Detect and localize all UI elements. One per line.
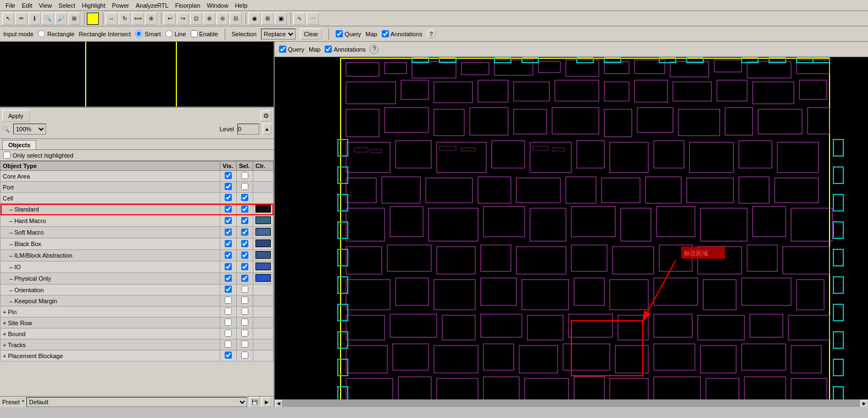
sel-checkbox[interactable] xyxy=(241,172,248,179)
gear-button[interactable]: ⚙ xyxy=(260,110,271,121)
menu-power[interactable]: Power xyxy=(109,1,132,10)
vis-checkbox[interactable] xyxy=(225,172,232,179)
object-type-cell[interactable]: – IO xyxy=(1,261,220,273)
object-type-cell[interactable]: – Black Box xyxy=(1,238,220,250)
pointer-btn[interactable]: ↖ xyxy=(2,13,14,25)
color-swatch[interactable] xyxy=(255,205,271,213)
query-checkbox[interactable] xyxy=(336,30,343,37)
object-type-cell[interactable]: + Pin xyxy=(1,306,220,317)
vis-checkbox[interactable] xyxy=(225,341,232,348)
scroll-left-btn[interactable]: ◀ xyxy=(275,400,282,408)
menu-file[interactable]: File xyxy=(2,1,19,10)
vis-checkbox[interactable] xyxy=(225,240,232,247)
zoom-out2-btn[interactable]: ⊖ xyxy=(216,13,229,25)
object-type-cell[interactable]: Cell xyxy=(1,193,220,204)
object-type-cell[interactable]: Port xyxy=(1,182,220,193)
vis-checkbox[interactable] xyxy=(225,330,232,337)
object-type-cell[interactable]: – ILM/Block Abstraction xyxy=(1,250,220,261)
vis-checkbox[interactable] xyxy=(225,228,232,236)
query-cb[interactable] xyxy=(279,46,286,53)
redo-btn[interactable]: ↪ xyxy=(177,13,189,25)
zoom-in2-btn[interactable]: ⊕ xyxy=(203,13,215,25)
clear-button[interactable]: Clear xyxy=(300,29,322,40)
rotate-btn[interactable]: ↻ xyxy=(119,13,131,25)
sel-checkbox[interactable] xyxy=(241,308,248,315)
vis-checkbox[interactable] xyxy=(225,263,232,270)
object-type-cell[interactable]: – Physical Only xyxy=(1,273,220,285)
line-radio[interactable] xyxy=(165,30,173,37)
vis-checkbox[interactable] xyxy=(225,319,232,326)
zoom-out-btn[interactable]: 🔎 xyxy=(55,13,67,25)
enable-checkbox[interactable] xyxy=(191,30,198,37)
sel-checkbox[interactable] xyxy=(241,252,248,259)
menu-highlight[interactable]: Highlight xyxy=(79,1,109,10)
preset-save-btn[interactable]: 💾 xyxy=(249,397,259,407)
preset-menu-btn[interactable]: ▶ xyxy=(261,397,271,407)
sel-checkbox[interactable] xyxy=(241,217,248,224)
menu-select[interactable]: Select xyxy=(55,1,79,10)
menu-floorplan[interactable]: Floorplan xyxy=(172,1,204,10)
sel-checkbox[interactable] xyxy=(241,228,248,236)
vis-checkbox[interactable] xyxy=(225,183,232,190)
info-btn[interactable]: ℹ xyxy=(29,13,41,25)
level-spin-up[interactable]: ▲ xyxy=(263,124,271,135)
dots-btn[interactable]: ⋯ xyxy=(307,13,319,25)
zoom-all-btn[interactable]: ⊟ xyxy=(230,13,242,25)
sel-checkbox[interactable] xyxy=(241,330,248,337)
menu-analyzertl[interactable]: AnalyzeRTL xyxy=(132,1,172,10)
object-type-cell[interactable]: + Bound xyxy=(1,328,220,339)
color-swatch[interactable] xyxy=(255,216,271,224)
apply-button[interactable]: Apply xyxy=(2,110,30,122)
help-circle-btn[interactable]: ? xyxy=(427,30,436,38)
replace-select[interactable]: Replace Add Remove xyxy=(261,29,296,40)
mirror-btn[interactable]: ⟺ xyxy=(132,13,144,25)
objects-tab[interactable]: Objects xyxy=(2,140,36,149)
vis-checkbox[interactable] xyxy=(225,217,232,224)
sel-checkbox[interactable] xyxy=(241,352,248,359)
menu-help[interactable]: Help xyxy=(232,1,251,10)
vis-checkbox[interactable] xyxy=(225,286,232,293)
scroll-right-btn[interactable]: ▶ xyxy=(860,400,868,408)
vis-checkbox[interactable] xyxy=(225,352,232,359)
object-type-cell[interactable]: + Placement Blockage xyxy=(1,350,220,361)
menu-edit[interactable]: Edit xyxy=(19,1,36,10)
color-box[interactable] xyxy=(87,13,99,25)
color-swatch[interactable] xyxy=(255,228,271,236)
vis-checkbox[interactable] xyxy=(225,275,232,282)
object-type-cell[interactable]: – Soft Macro xyxy=(1,227,220,238)
color-swatch[interactable] xyxy=(255,263,271,270)
annotations-cb[interactable] xyxy=(325,46,332,53)
bottom-scrollbar[interactable]: ◀ ▶ xyxy=(275,399,868,407)
highlight-btn[interactable]: ◉ xyxy=(248,13,260,25)
vis-checkbox[interactable] xyxy=(225,308,232,315)
sel-checkbox[interactable] xyxy=(241,319,248,326)
zoom-select[interactable]: 100% 50% 200% 75% xyxy=(13,124,46,135)
color-swatch[interactable] xyxy=(255,251,271,259)
vis-checkbox[interactable] xyxy=(225,205,232,213)
zoom-fit-btn[interactable]: ⊞ xyxy=(68,13,80,25)
color-swatch[interactable] xyxy=(255,274,271,282)
object-type-cell[interactable]: Core Area xyxy=(1,171,220,182)
object-type-cell[interactable]: + Tracks xyxy=(1,339,220,350)
smart-radio[interactable] xyxy=(135,30,142,37)
object-type-cell[interactable]: + Site Row xyxy=(1,317,220,328)
object-type-cell[interactable]: – Keepout Margin xyxy=(1,296,220,306)
vis-checkbox[interactable] xyxy=(225,297,232,304)
sel-checkbox[interactable] xyxy=(241,183,248,190)
sel-checkbox[interactable] xyxy=(241,286,248,293)
sel-checkbox[interactable] xyxy=(241,240,248,247)
wave-btn[interactable]: ∿ xyxy=(293,13,305,25)
sel-checkbox[interactable] xyxy=(241,297,248,304)
only-select-checkbox[interactable] xyxy=(3,152,10,159)
view-toggle-btn[interactable]: ⊞ xyxy=(261,13,274,25)
help-icon[interactable]: ? xyxy=(370,45,379,54)
object-type-cell[interactable]: – Hard Macro xyxy=(1,215,220,227)
chip-view[interactable]: 标注区域 CSDN_@后端backend xyxy=(275,57,868,407)
object-type-cell[interactable]: – Orientation xyxy=(1,285,220,296)
menu-view[interactable]: View xyxy=(36,1,55,10)
preset-select[interactable]: Default xyxy=(26,397,247,407)
sel-checkbox[interactable] xyxy=(241,194,248,201)
snap-btn[interactable]: ⊕ xyxy=(145,13,157,25)
sel-checkbox[interactable] xyxy=(241,205,248,213)
level-input[interactable] xyxy=(237,124,259,135)
